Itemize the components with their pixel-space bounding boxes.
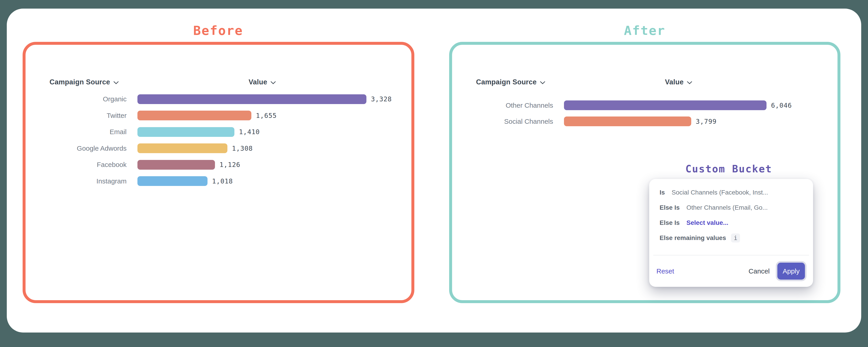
column-header-campaign-source[interactable]: Campaign Source <box>476 77 545 88</box>
value-bar <box>564 116 691 126</box>
value-bar-fill <box>137 111 251 120</box>
chevron-down-icon <box>114 81 119 84</box>
chevron-down-icon <box>687 81 692 84</box>
value-bar <box>137 176 208 186</box>
rule-condition-label: Else Is <box>659 204 680 211</box>
row-value: 6,046 <box>771 102 792 109</box>
value-bar <box>564 100 767 110</box>
page-background: Before After Campaign Source Value <box>0 0 868 347</box>
row-label: Instagram <box>26 177 127 185</box>
bucket-rule-row: Else remaining values i <box>659 230 807 245</box>
bucket-rule-row: Else Is Other Channels (Email, Go... <box>659 200 807 215</box>
table-row: Email 1,410 <box>26 124 411 140</box>
table-row: Instagram 1,018 <box>26 173 411 190</box>
row-label: Email <box>26 128 127 136</box>
row-label: Social Channels <box>452 118 553 125</box>
value-bar <box>137 160 215 170</box>
column-header-label: Campaign Source <box>476 78 537 86</box>
rule-condition-label: Else remaining values <box>659 234 726 241</box>
rule-condition-label: Else Is <box>659 219 680 226</box>
column-header-label: Value <box>665 78 684 86</box>
row-label: Other Channels <box>452 102 553 109</box>
column-header-value[interactable]: Value <box>228 77 296 88</box>
custom-bucket-popup: Is Social Channels (Facebook, Inst... El… <box>649 179 813 287</box>
info-icon[interactable]: i <box>731 233 740 242</box>
table-body: Other Channels 6,046 Social Channels 3,7… <box>452 97 837 129</box>
value-bar <box>137 111 251 120</box>
table-row: Facebook 1,126 <box>26 156 411 173</box>
table-row: Organic 3,328 <box>26 91 411 108</box>
row-value: 3,328 <box>371 95 392 103</box>
table-row: Google Adwords 1,308 <box>26 140 411 157</box>
bucket-rule-row: Else Is Select value... <box>659 215 807 230</box>
row-value: 1,018 <box>212 177 233 185</box>
value-bar-fill <box>137 160 215 170</box>
column-header-label: Value <box>249 78 268 86</box>
cancel-button[interactable]: Cancel <box>749 267 770 275</box>
value-bar <box>137 127 235 137</box>
table-row: Social Channels 3,799 <box>452 113 837 129</box>
popup-footer: Reset Cancel Apply <box>656 255 805 287</box>
rule-value-dropdown[interactable]: Social Channels (Facebook, Inst... <box>672 189 768 196</box>
value-bar <box>137 143 227 153</box>
value-bar-fill <box>137 127 235 137</box>
table-body: Organic 3,328 Twitter 1,655 Email <box>26 91 411 189</box>
row-value: 1,126 <box>219 161 240 169</box>
rule-value-dropdown[interactable]: Select value... <box>686 219 728 226</box>
row-label: Facebook <box>26 161 127 169</box>
bucket-rule-row: Is Social Channels (Facebook, Inst... <box>659 185 807 200</box>
custom-bucket-title: Custom Bucket <box>670 162 787 176</box>
column-header-value[interactable]: Value <box>645 77 712 88</box>
row-value: 1,655 <box>256 112 277 119</box>
reset-button[interactable]: Reset <box>656 267 674 275</box>
row-label: Google Adwords <box>26 145 127 152</box>
row-value: 1,308 <box>232 145 253 152</box>
row-value: 3,799 <box>696 118 717 125</box>
value-bar-fill <box>137 176 208 186</box>
bucket-rules-list: Is Social Channels (Facebook, Inst... El… <box>659 185 807 245</box>
after-title: After <box>588 23 701 38</box>
table-header-row: Campaign Source Value <box>26 77 411 88</box>
row-label: Twitter <box>26 112 127 119</box>
table-row: Twitter 1,655 <box>26 108 411 124</box>
value-bar-fill <box>564 100 767 110</box>
column-header-campaign-source[interactable]: Campaign Source <box>50 77 119 88</box>
before-panel: Campaign Source Value Organic <box>23 42 414 303</box>
value-bar-fill <box>564 116 691 126</box>
row-value: 1,410 <box>239 128 260 136</box>
value-bar-fill <box>137 143 227 153</box>
column-header-label: Campaign Source <box>50 78 110 86</box>
chevron-down-icon <box>540 81 545 84</box>
before-title: Before <box>162 23 275 38</box>
value-bar <box>137 94 366 104</box>
chevron-down-icon <box>271 81 276 84</box>
apply-button[interactable]: Apply <box>777 263 805 280</box>
content-card: Before After Campaign Source Value <box>7 8 861 332</box>
table-header-row: Campaign Source Value <box>452 77 837 88</box>
rule-condition-label: Is <box>659 189 665 196</box>
table-row: Other Channels 6,046 <box>452 97 837 113</box>
row-label: Organic <box>26 95 127 103</box>
value-bar-fill <box>137 94 366 104</box>
rule-value-dropdown[interactable]: Other Channels (Email, Go... <box>686 204 768 211</box>
